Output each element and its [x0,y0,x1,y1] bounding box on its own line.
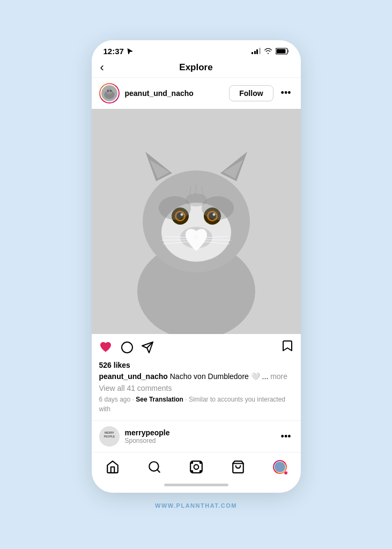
svg-point-51 [191,471,193,472]
cat-photo [92,109,301,334]
svg-point-48 [194,465,198,470]
home-icon [106,460,120,474]
svg-point-52 [199,471,201,472]
post-username[interactable]: peanut_und_nacho [125,89,224,98]
sponsor-label: Sponsored [125,437,273,444]
post-info: 526 likes peanut_und_nacho Nacho von Dum… [92,361,301,421]
sponsored-post-header: MERRY PEOPLE merrypeople Sponsored ••• [92,421,301,452]
svg-point-7 [107,90,109,92]
see-translation[interactable]: See Translation [136,396,183,403]
svg-point-50 [199,462,201,464]
comment-button[interactable] [121,341,134,354]
sponsor-more-button[interactable]: ••• [279,431,293,442]
cat-illustration [92,109,301,334]
svg-point-35 [186,194,207,206]
wifi-icon [264,48,272,54]
nav-header: ‹ Explore [92,58,301,78]
bookmark-button[interactable] [282,339,293,355]
caption: peanut_und_nacho Nacho von Dumbledore 🤍 … [99,372,293,382]
search-icon [147,460,161,474]
sponsor-avatar-image: MERRY PEOPLE [99,426,120,447]
action-bar [92,334,301,361]
avatar-image [101,84,117,102]
reels-icon [189,460,203,474]
follow-button[interactable]: Follow [229,85,273,101]
time-display: 12:37 [103,47,124,56]
avatar[interactable] [99,83,120,103]
battery-icon [276,48,289,55]
post-more-button[interactable]: ••• [279,87,293,99]
likes-count: 526 likes [99,361,293,369]
svg-text:PEOPLE: PEOPLE [103,435,115,438]
notification-dot [284,471,288,475]
location-arrow-icon [126,48,132,54]
svg-rect-2 [276,49,285,53]
avatar-inner [100,84,119,102]
nav-search[interactable] [142,458,167,476]
caption-username[interactable]: peanut_und_nacho [99,372,168,381]
status-bar: 12:37 [92,40,301,58]
svg-marker-0 [126,48,132,54]
sponsor-name[interactable]: merrypeople [125,428,273,437]
caption-more[interactable]: more [270,372,287,381]
view-comments[interactable]: View all 41 comments [99,384,293,392]
status-icons [252,48,289,55]
shop-icon [231,460,245,474]
nav-profile[interactable] [268,458,292,476]
svg-text:MERRY: MERRY [105,431,115,434]
back-button[interactable]: ‹ [100,61,104,75]
sponsor-avatar[interactable]: MERRY PEOPLE [99,426,120,447]
post-image[interactable] [92,109,301,334]
home-bar [164,484,228,486]
svg-rect-3 [287,50,289,53]
footer-url: WWW.PLANNTHAT.COM [155,502,237,509]
svg-line-46 [157,470,160,472]
nav-reels[interactable] [184,458,209,476]
nav-home[interactable] [100,458,125,476]
sponsor-info: merrypeople Sponsored [125,428,273,444]
post-header: peanut_und_nacho Follow ••• [92,78,301,109]
like-button[interactable] [99,341,113,354]
page-title: Explore [179,62,212,73]
signal-icon [252,48,261,54]
time-ago: 6 days ago [99,396,131,403]
nav-shop[interactable] [226,458,250,476]
home-indicator [92,479,301,493]
status-time: 12:37 [103,47,132,56]
phone-shell: 12:37 ‹ Explore [92,40,301,493]
bottom-nav [92,452,301,479]
svg-point-39 [122,342,132,353]
caption-text: Nacho von Dumbledore 🤍 ... [168,372,268,381]
svg-point-8 [109,90,112,92]
post-meta: 6 days ago · See Translation · Similar t… [99,395,293,414]
share-button[interactable] [141,341,154,354]
svg-point-49 [191,462,193,464]
